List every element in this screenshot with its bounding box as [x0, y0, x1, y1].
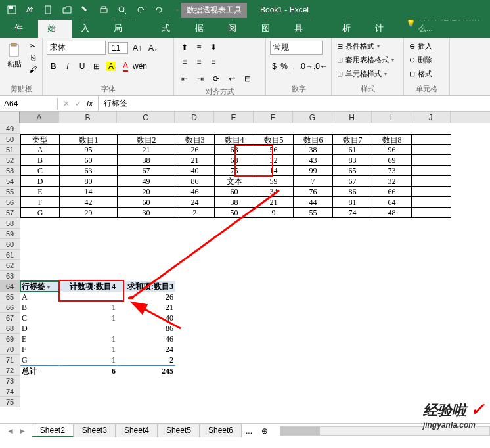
cell-J65[interactable] [412, 292, 451, 302]
cell-H53[interactable]: 65 [333, 166, 372, 176]
cell-H54[interactable]: 67 [333, 176, 372, 187]
cell-J53[interactable] [412, 166, 451, 176]
row-header-67[interactable]: 67 [0, 313, 20, 323]
cell-C54[interactable]: 49 [118, 176, 175, 187]
cell-D59[interactable] [175, 229, 215, 239]
row-header-57[interactable]: 57 [0, 208, 20, 218]
cell-J50[interactable] [412, 134, 451, 145]
cell-I67[interactable] [372, 313, 412, 323]
cell-B55[interactable]: 14 [60, 187, 118, 197]
cell-I62[interactable] [372, 260, 412, 271]
cell-G53[interactable]: 99 [294, 166, 333, 176]
cell-C60[interactable] [118, 239, 175, 250]
cell-E49[interactable] [215, 123, 254, 134]
cell-E65[interactable] [215, 292, 254, 302]
cell-B72[interactable]: 6 [60, 365, 118, 376]
cell-F63[interactable] [254, 271, 294, 281]
phonetic-icon[interactable]: wén [133, 60, 146, 73]
cell-J49[interactable] [412, 123, 451, 134]
cell-H52[interactable]: 83 [333, 155, 372, 166]
align-right-icon[interactable]: ≡ [207, 55, 220, 68]
cell-H62[interactable] [333, 260, 372, 271]
cell-F60[interactable] [254, 239, 294, 250]
cell-B57[interactable]: 29 [60, 208, 118, 218]
cell-F56[interactable]: 21 [254, 197, 294, 208]
col-header-H[interactable]: H [332, 112, 372, 123]
cell-I61[interactable] [372, 250, 412, 260]
align-top-icon[interactable]: ⬆ [178, 41, 191, 54]
cell-H60[interactable] [333, 239, 372, 250]
row-header-61[interactable]: 61 [0, 250, 20, 260]
cell-H65[interactable] [333, 292, 372, 302]
cell-E58[interactable] [215, 218, 254, 229]
cell-H69[interactable] [333, 334, 372, 344]
cell-B53[interactable]: 63 [60, 166, 118, 176]
cell-A62[interactable] [20, 260, 60, 271]
cell-F72[interactable] [254, 365, 294, 376]
cell-G49[interactable] [294, 123, 333, 134]
cell-F50[interactable]: 数目5 [254, 134, 294, 145]
delete-cells-button[interactable]: ⊖删除 [408, 55, 445, 66]
align-left-icon[interactable]: ≡ [178, 55, 191, 68]
cell-D55[interactable]: 46 [175, 187, 215, 197]
cell-E75[interactable] [215, 397, 254, 407]
cell-A71[interactable]: G [20, 355, 60, 365]
cut-icon[interactable]: ✂ [28, 41, 38, 51]
cell-A67[interactable]: C [20, 313, 60, 323]
cell-H55[interactable]: 86 [333, 187, 372, 197]
copy-icon[interactable]: ⎘ [28, 53, 38, 63]
cell-H58[interactable] [333, 218, 372, 229]
scrollbar-thumb[interactable] [280, 427, 320, 435]
bold-button[interactable]: B [47, 60, 60, 73]
cell-J52[interactable] [412, 155, 451, 166]
cell-H51[interactable]: 61 [333, 145, 372, 155]
cell-F59[interactable] [254, 229, 294, 239]
cell-I68[interactable] [372, 323, 412, 334]
col-header-E[interactable]: E [214, 112, 254, 123]
format-painter-icon[interactable]: 🖌 [28, 64, 38, 75]
decrease-font-icon[interactable]: A↓ [146, 41, 160, 55]
undo-icon[interactable] [135, 5, 146, 15]
row-header-58[interactable]: 58 [0, 218, 20, 229]
cell-A74[interactable] [20, 386, 60, 397]
cell-C72[interactable]: 245 [118, 365, 175, 376]
cell-B73[interactable] [60, 376, 118, 386]
cell-I51[interactable]: 96 [372, 145, 412, 155]
row-header-68[interactable]: 68 [0, 323, 20, 334]
col-header-A[interactable]: A [20, 112, 59, 123]
row-header-64[interactable]: 64 [0, 281, 20, 292]
cell-G72[interactable] [294, 365, 333, 376]
cell-H74[interactable] [333, 386, 372, 397]
cell-E57[interactable]: 50 [215, 208, 254, 218]
percent-icon[interactable]: % [280, 60, 288, 73]
cell-D54[interactable]: 86 [175, 176, 215, 187]
cell-B59[interactable] [60, 229, 118, 239]
cell-C59[interactable] [118, 229, 175, 239]
sheet-more[interactable]: ... [242, 426, 256, 436]
cell-A63[interactable] [20, 271, 60, 281]
cell-C58[interactable] [118, 218, 175, 229]
cell-C74[interactable] [118, 386, 175, 397]
cell-I52[interactable]: 69 [372, 155, 412, 166]
cell-H57[interactable]: 74 [333, 208, 372, 218]
cell-B71[interactable]: 1 [60, 355, 118, 365]
enter-icon[interactable]: ✓ [75, 99, 81, 108]
align-middle-icon[interactable]: ≡ [192, 41, 206, 54]
cell-C64[interactable]: 求和项:数目3 [118, 281, 175, 292]
cell-B56[interactable]: 42 [60, 197, 118, 208]
row-header-54[interactable]: 54 [0, 176, 20, 187]
cell-I72[interactable] [372, 365, 412, 376]
cell-D53[interactable]: 40 [175, 166, 215, 176]
cell-J66[interactable] [412, 302, 451, 313]
cell-J51[interactable] [412, 145, 451, 155]
row-header-49[interactable]: 49 [0, 123, 20, 134]
new-file-icon[interactable] [43, 5, 54, 15]
cell-E56[interactable]: 38 [215, 197, 254, 208]
cell-C61[interactable] [118, 250, 175, 260]
cell-I53[interactable]: 73 [372, 166, 412, 176]
cell-J67[interactable] [412, 313, 451, 323]
cell-J71[interactable] [412, 355, 451, 365]
cell-D69[interactable] [175, 334, 215, 344]
cell-G69[interactable] [294, 334, 333, 344]
row-header-66[interactable]: 66 [0, 302, 20, 313]
